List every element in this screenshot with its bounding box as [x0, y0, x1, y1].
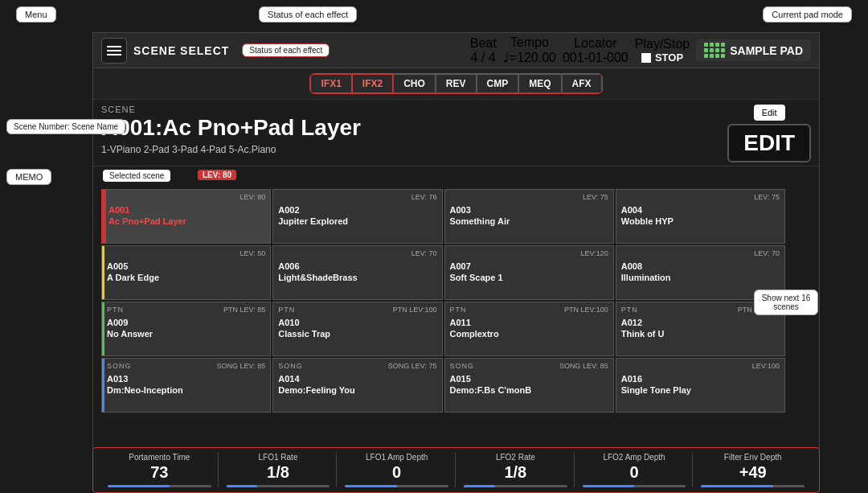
cell-name: A008 Illumination	[621, 261, 780, 284]
stop-label: STOP	[655, 51, 683, 64]
qe-slider-5[interactable]	[701, 485, 805, 487]
scene-select-title: SCENE SELECT	[133, 44, 229, 57]
qe-value-3: 1/8	[464, 463, 567, 482]
cell-lev: PTN LEV: 85	[223, 306, 265, 314]
fx-button-ifx2[interactable]: IFX2	[352, 74, 393, 93]
cell-header: LEV: 75	[621, 193, 780, 201]
edit-label-button[interactable]: Edit	[754, 105, 785, 121]
cell-header: SONGSONG LEV: 85	[107, 362, 265, 370]
qe-slider-2[interactable]	[345, 485, 448, 487]
cell-name: A004 Wobble HYP	[621, 204, 780, 228]
scene-cell-a007[interactable]: LEV:120A007 Soft Scape 1	[444, 245, 614, 300]
cell-lev: PTN LEV:100	[393, 306, 437, 314]
cell-name: A010 Classic Trap	[278, 317, 436, 340]
qe-slider-1[interactable]	[227, 485, 330, 487]
scene-cell-a014[interactable]: SONGSONG LEV: 75A014 Demo:Feeling You	[272, 358, 442, 413]
cell-header: LEV: 76	[278, 193, 436, 201]
edit-big-button[interactable]: EDIT	[727, 124, 811, 162]
fx-bar: IFX1 IFX2 CHO REV CMP MEQ AFX	[93, 68, 819, 100]
play-stop-group: Play/Stop STOP	[635, 37, 690, 64]
qe-slider-4[interactable]	[583, 485, 686, 487]
qe-param-0[interactable]: Portamento Time73	[101, 453, 219, 487]
qe-param-4[interactable]: LFO2 Amp Depth0	[576, 453, 694, 487]
scene-memo: 1-VPiano 2-Pad 3-Pad 4-Pad 5-Ac.Piano	[101, 144, 719, 155]
tempo-label: Tempo	[510, 35, 549, 50]
cell-name: A009 No Answer	[107, 317, 265, 340]
scene-grid: LEV: 80A001 Ac Pno+Pad LayerLEV: 76A002 …	[101, 189, 785, 413]
scene-cell-a001[interactable]: LEV: 80A001 Ac Pno+Pad Layer	[101, 189, 271, 244]
qe-param-5[interactable]: Filter Env Depth+49	[694, 453, 811, 487]
quick-edit-params: Portamento Time73LFO1 Rate1/8LFO1 Amp De…	[101, 453, 811, 487]
scene-cell-a004[interactable]: LEV: 75A004 Wobble HYP	[616, 189, 785, 244]
cell-lev: LEV: 76	[411, 193, 437, 201]
qe-param-1[interactable]: LFO1 Rate1/8	[220, 453, 338, 487]
qe-slider-3[interactable]	[464, 485, 567, 487]
scene-cell-a015[interactable]: SONGSONG LEV: 85A015 Demo:F.Bs C'monB	[444, 358, 614, 413]
qe-label-1: LFO1 Rate	[227, 453, 330, 462]
top-annotation-bar: Menu Status of each effect Current pad m…	[0, 6, 868, 23]
cell-name: A015 Demo:F.Bs C'monB	[450, 373, 608, 396]
scene-cell-a005[interactable]: LEV: 50A005 A Dark Edge	[101, 245, 271, 300]
scene-name: A001:Ac Pno+Pad Layer	[101, 116, 719, 141]
tempo-group: Tempo ♩=120.00	[503, 35, 556, 65]
qe-slider-0[interactable]	[108, 485, 211, 487]
beat-label: Beat	[470, 36, 497, 51]
scene-label: SCENE	[101, 105, 719, 114]
scene-cell-a011[interactable]: PTNPTN LEV:100A011 Complextro	[444, 302, 614, 356]
edit-section: Edit EDIT	[727, 105, 811, 162]
status-effect-bubble: Status of each effect	[242, 43, 330, 57]
fx-button-meq[interactable]: MEQ	[518, 74, 561, 93]
cell-name: A013 Dm:Neo-Inception	[107, 373, 265, 396]
qe-label-0: Portamento Time	[108, 453, 211, 462]
cell-type: PTN	[450, 306, 467, 314]
beat-group: Beat 4 / 4	[470, 36, 497, 65]
cell-lev: LEV: 70	[754, 249, 780, 257]
scene-cell-a006[interactable]: LEV: 70A006 Light&ShadeBrass	[272, 245, 442, 300]
fx-button-ifx1[interactable]: IFX1	[310, 74, 351, 93]
fx-button-rev[interactable]: REV	[436, 74, 477, 93]
scene-cell-a009[interactable]: PTNPTN LEV: 85A009 No Answer	[101, 302, 271, 356]
fx-button-cmp[interactable]: CMP	[477, 74, 519, 93]
scene-cell-a003[interactable]: LEV: 75A003 Something Air	[444, 189, 614, 244]
cell-name: A007 Soft Scape 1	[450, 261, 608, 284]
main-panel: SCENE SELECT Status of each effect Beat …	[92, 32, 820, 453]
quick-edit-bar: Portamento Time73LFO1 Rate1/8LFO1 Amp De…	[92, 447, 820, 493]
header-bar: SCENE SELECT Status of each effect Beat …	[93, 33, 819, 68]
cell-lev: LEV: 50	[240, 249, 266, 257]
qe-label-2: LFO1 Amp Depth	[345, 453, 448, 462]
cell-indicator	[102, 359, 104, 412]
fx-button-afx[interactable]: AFX	[562, 74, 602, 93]
scene-cell-a013[interactable]: SONGSONG LEV: 85A013 Dm:Neo-Inception	[101, 358, 271, 413]
fx-button-cho[interactable]: CHO	[393, 74, 436, 93]
cell-lev: SONG LEV: 75	[388, 362, 437, 370]
cell-header: PTNPTN LEV:100	[450, 306, 608, 314]
cell-indicator	[104, 190, 106, 243]
cell-lev: LEV: 75	[754, 193, 780, 201]
tempo-value: ♩=120.00	[503, 50, 556, 65]
cell-header: LEV: 70	[278, 249, 436, 257]
cell-lev: LEV: 70	[411, 249, 437, 257]
menu-button[interactable]	[101, 38, 127, 64]
stop-indicator[interactable]: STOP	[641, 51, 683, 64]
scene-cell-a002[interactable]: LEV: 76A002 Jupiter Explored	[272, 189, 442, 244]
qe-param-2[interactable]: LFO1 Amp Depth0	[338, 453, 456, 487]
scene-cell-a016[interactable]: LEV:100A016 Single Tone Play	[616, 358, 785, 413]
cell-header: PTNPTN LEV: 85	[107, 306, 265, 314]
cell-name: A006 Light&ShadeBrass	[278, 261, 436, 284]
cell-lev: LEV: 75	[583, 193, 608, 201]
cell-header: SONGSONG LEV: 85	[450, 362, 608, 370]
scene-number-annotation: Scene Number: Scene Name	[6, 119, 125, 134]
cell-lev: LEV: 80	[240, 193, 266, 201]
cell-name: A003 Something Air	[450, 204, 608, 228]
cell-name: A002 Jupiter Explored	[278, 204, 436, 228]
cell-name: A012 Think of U	[621, 317, 780, 340]
cell-indicator	[102, 302, 104, 355]
qe-param-3[interactable]: LFO2 Rate1/8	[457, 453, 575, 487]
cell-name: A016 Single Tone Play	[621, 373, 780, 396]
locator-label: Locator	[574, 36, 616, 51]
sample-pad-section[interactable]: SAMPLE PAD	[696, 39, 811, 61]
cell-lev: SONG LEV: 85	[559, 362, 608, 370]
selected-scene-bubble: Selected scene	[103, 170, 170, 182]
cell-type: PTN	[107, 306, 124, 314]
scene-cell-a010[interactable]: PTNPTN LEV:100A010 Classic Trap	[272, 302, 442, 356]
